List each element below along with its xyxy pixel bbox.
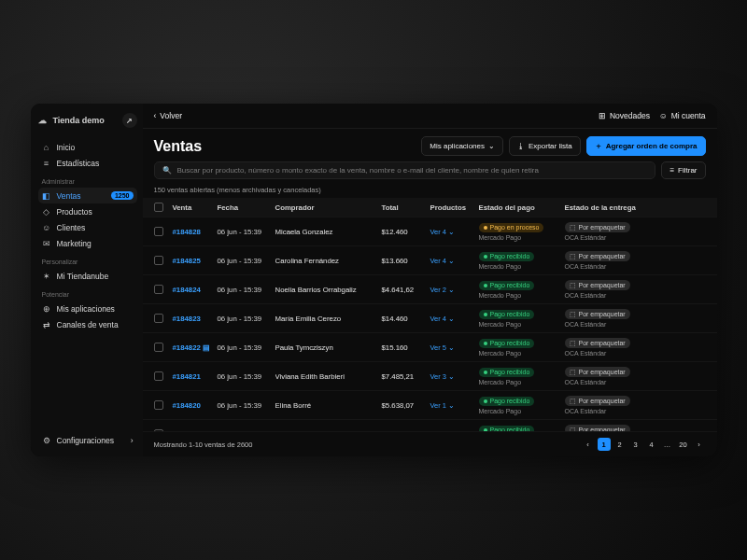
page-next[interactable]: ›: [693, 438, 706, 451]
search-input[interactable]: 🔍 Buscar por producto, número o monto ex…: [154, 161, 656, 179]
sale-id-link[interactable]: #184824: [173, 286, 214, 294]
sidebar-item-mi-tiendanube[interactable]: ✶Mi Tiendanube: [38, 268, 137, 284]
sale-id-link[interactable]: #184821: [173, 372, 214, 381]
sale-id-link[interactable]: #184822 ▤: [173, 343, 214, 352]
col-shipping: Estado de la entrega: [565, 203, 706, 212]
page-prev[interactable]: ‹: [582, 438, 595, 451]
col-date: Fecha: [218, 203, 272, 212]
title-row: Ventas Mis aplicaciones ⌄ ⭳ Exportar lis…: [143, 129, 717, 161]
news-label: Novedades: [610, 111, 650, 120]
row-checkbox[interactable]: [154, 371, 163, 381]
cell-date: 06 jun - 15:39: [218, 228, 272, 236]
payment-method: Mercado Pago: [479, 408, 561, 414]
account-button[interactable]: ☺ Mi cuenta: [659, 111, 706, 120]
row-checkbox[interactable]: [154, 285, 163, 294]
sidebar-group-admin: Administrar: [42, 178, 137, 185]
page-2[interactable]: 2: [613, 438, 627, 451]
sidebar-item-mis-aplicaciones[interactable]: ⊕Mis aplicaciones: [38, 301, 137, 316]
back-button[interactable]: ‹ Volver: [154, 111, 182, 120]
nav-icon: ⌂: [42, 143, 51, 152]
page-20[interactable]: 20: [677, 438, 690, 451]
products-dropdown[interactable]: Ver 2 ⌄: [430, 286, 475, 294]
col-buyer: Comprador: [275, 203, 378, 212]
sidebar-item-inicio[interactable]: ⌂Inicio: [38, 139, 137, 155]
cell-shipping: ⬚Por empaquetarOCA Estándar: [565, 425, 706, 431]
shipping-carrier: OCA Estándar: [565, 350, 706, 357]
sliders-icon: ≡: [669, 166, 674, 175]
user-icon: ☺: [659, 111, 668, 120]
package-icon: ⬚: [570, 282, 576, 289]
nav-icon: ⇄: [42, 320, 51, 329]
sale-id-link[interactable]: #184820: [173, 401, 214, 410]
shipping-carrier: OCA Estándar: [565, 408, 706, 414]
sales-table: Venta Fecha Comprador Total Productos Es…: [143, 198, 717, 431]
nav-icon: ⊕: [42, 304, 51, 314]
sidebar-item-estadísticas[interactable]: ≡Estadísticas: [38, 155, 137, 171]
row-checkbox[interactable]: [154, 400, 163, 410]
filter-button[interactable]: ≡ Filtrar: [661, 161, 705, 179]
sidebar-item-label: Clientes: [57, 223, 86, 232]
filter-label: Filtrar: [678, 166, 697, 175]
row-checkbox[interactable]: [154, 256, 163, 265]
table-row: #18482106 jun - 15:39Viviana Edith Barbi…: [143, 361, 717, 390]
count-badge: 1250: [111, 191, 134, 200]
external-icon[interactable]: ↗: [122, 113, 137, 128]
cell-shipping: ⬚Por empaquetarOCA Estándar: [565, 222, 706, 241]
table-row: #18482006 jun - 15:39Elina Borré$5.638,0…: [143, 390, 717, 419]
table-row: #18481906 jun - 15:39Daiana Bossolasco$2…: [143, 419, 717, 431]
apps-label: Mis aplicaciones: [430, 142, 485, 150]
page-3[interactable]: 3: [629, 438, 642, 451]
table-row: #18482806 jun - 15:39Micaela Gonzalez$12…: [143, 217, 717, 245]
sidebar-item-marketing[interactable]: ✉Marketing: [38, 235, 137, 251]
sidebar-item-clientes[interactable]: ☺Clientes: [38, 219, 137, 235]
add-order-button[interactable]: ＋ Agregar orden de compra: [586, 136, 706, 156]
chevron-down-icon: ⌄: [488, 142, 495, 150]
sidebar-item-canales-de-venta[interactable]: ⇄Canales de venta: [38, 316, 137, 332]
sidebar-item-ventas[interactable]: ◧Ventas1250: [38, 188, 137, 203]
payment-status-badge: Pago recibido: [479, 281, 535, 290]
cloud-icon: ☁: [38, 116, 48, 125]
sidebar-item-label: Mis aplicaciones: [57, 304, 115, 314]
main-panel: ‹ Volver ⊞ Novedades ☺ Mi cuenta Ventas …: [143, 104, 717, 456]
shipping-carrier: OCA Estándar: [565, 379, 706, 385]
products-dropdown[interactable]: Ver 5 ⌄: [430, 343, 475, 352]
products-dropdown[interactable]: Ver 3 ⌄: [430, 372, 475, 381]
nav-icon: ✶: [42, 272, 51, 281]
apps-dropdown[interactable]: Mis aplicaciones ⌄: [421, 136, 503, 156]
export-button[interactable]: ⭳ Exportar lista: [509, 136, 581, 156]
cell-shipping: ⬚Por empaquetarOCA Estándar: [565, 367, 706, 385]
shipping-carrier: OCA Estándar: [565, 321, 706, 328]
store-switcher[interactable]: ☁ Tienda demo ↗: [38, 113, 137, 128]
cell-payment: Pago en procesoMercado Pago: [479, 223, 561, 241]
cell-total: $13.660: [382, 257, 427, 265]
payment-method: Mercado Pago: [479, 321, 561, 328]
sidebar-settings[interactable]: ⚙ Configuraciones ›: [38, 430, 137, 451]
sidebar-item-productos[interactable]: ◇Productos: [38, 203, 137, 219]
results-summary: 150 ventas abiertas (menos archivadas y …: [143, 183, 717, 198]
page-1[interactable]: 1: [598, 438, 611, 451]
payment-status-badge: Pago recibido: [479, 252, 535, 261]
shipping-status-badge: ⬚Por empaquetar: [565, 251, 630, 261]
payment-method: Mercado Pago: [479, 350, 561, 357]
products-dropdown[interactable]: Ver 4 ⌄: [430, 228, 475, 236]
shipping-status-badge: ⬚Por empaquetar: [565, 396, 630, 406]
sale-id-link[interactable]: #184828: [173, 228, 214, 236]
payment-method: Mercado Pago: [479, 379, 561, 385]
page-4[interactable]: 4: [645, 438, 658, 451]
products-dropdown[interactable]: Ver 1 ⌄: [430, 401, 475, 410]
shipping-status-badge: ⬚Por empaquetar: [565, 280, 630, 290]
products-dropdown[interactable]: Ver 4 ⌄: [430, 257, 475, 265]
package-icon: ⬚: [570, 398, 576, 405]
sidebar-item-label: Ventas: [57, 191, 81, 201]
row-checkbox[interactable]: [154, 314, 163, 323]
products-dropdown[interactable]: Ver 4 ⌄: [430, 315, 475, 323]
select-all-checkbox[interactable]: [154, 203, 163, 212]
row-checkbox[interactable]: [154, 227, 163, 236]
sale-id-link[interactable]: #184825: [173, 257, 214, 265]
payment-status-badge: Pago en proceso: [479, 223, 544, 232]
cell-total: $4.641,62: [382, 286, 427, 294]
news-button[interactable]: ⊞ Novedades: [599, 111, 650, 120]
shipping-status-badge: ⬚Por empaquetar: [565, 222, 630, 232]
row-checkbox[interactable]: [154, 343, 163, 352]
sale-id-link[interactable]: #184823: [173, 315, 214, 323]
